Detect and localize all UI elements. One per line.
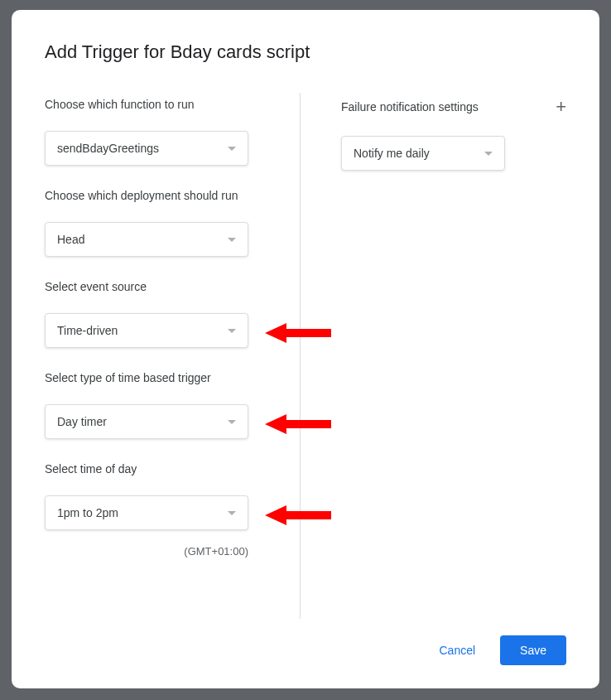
deployment-field: Choose which deployment should run Head xyxy=(45,189,262,257)
time-of-day-dropdown[interactable]: 1pm to 2pm xyxy=(45,495,248,530)
deployment-value: Head xyxy=(57,233,84,246)
chevron-down-icon xyxy=(228,147,236,151)
dialog-title: Add Trigger for Bday cards script xyxy=(45,41,566,63)
deployment-label: Choose which deployment should run xyxy=(45,189,262,202)
failure-dropdown[interactable]: Notify me daily xyxy=(341,136,505,171)
plus-icon[interactable]: + xyxy=(556,98,566,116)
event-source-label: Select event source xyxy=(45,280,262,293)
chevron-down-icon xyxy=(228,238,236,242)
time-of-day-label: Select time of day xyxy=(45,462,262,476)
event-source-value: Time-driven xyxy=(57,324,118,337)
trigger-dialog: Add Trigger for Bday cards script Choose… xyxy=(12,10,599,688)
time-of-day-field: Select time of day 1pm to 2pm (GMT+01:00… xyxy=(45,462,262,558)
trigger-type-dropdown[interactable]: Day timer xyxy=(45,404,248,439)
right-column: Failure notification settings + Notify m… xyxy=(301,98,566,625)
save-button[interactable]: Save xyxy=(500,635,566,665)
chevron-down-icon xyxy=(228,511,236,515)
function-value: sendBdayGreetings xyxy=(57,142,159,155)
content-row: Choose which function to run sendBdayGre… xyxy=(45,98,566,625)
cancel-button[interactable]: Cancel xyxy=(422,635,492,665)
chevron-down-icon xyxy=(484,152,493,156)
function-label: Choose which function to run xyxy=(45,98,262,111)
function-dropdown[interactable]: sendBdayGreetings xyxy=(45,131,248,166)
chevron-down-icon xyxy=(228,329,236,333)
trigger-type-value: Day timer xyxy=(57,415,107,428)
failure-value: Notify me daily xyxy=(354,147,430,160)
left-column: Choose which function to run sendBdayGre… xyxy=(45,98,301,625)
failure-label: Failure notification settings xyxy=(341,100,479,113)
chevron-down-icon xyxy=(228,420,236,424)
deployment-dropdown[interactable]: Head xyxy=(45,222,248,257)
dialog-footer: Cancel Save xyxy=(45,635,566,665)
event-source-field: Select event source Time-driven xyxy=(45,280,262,348)
timezone-text: (GMT+01:00) xyxy=(45,545,248,558)
function-field: Choose which function to run sendBdayGre… xyxy=(45,98,262,166)
trigger-type-field: Select type of time based trigger Day ti… xyxy=(45,371,262,439)
failure-header: Failure notification settings + xyxy=(341,98,566,116)
trigger-type-label: Select type of time based trigger xyxy=(45,371,262,384)
column-divider xyxy=(300,93,301,619)
event-source-dropdown[interactable]: Time-driven xyxy=(45,313,248,348)
time-of-day-value: 1pm to 2pm xyxy=(57,506,118,519)
